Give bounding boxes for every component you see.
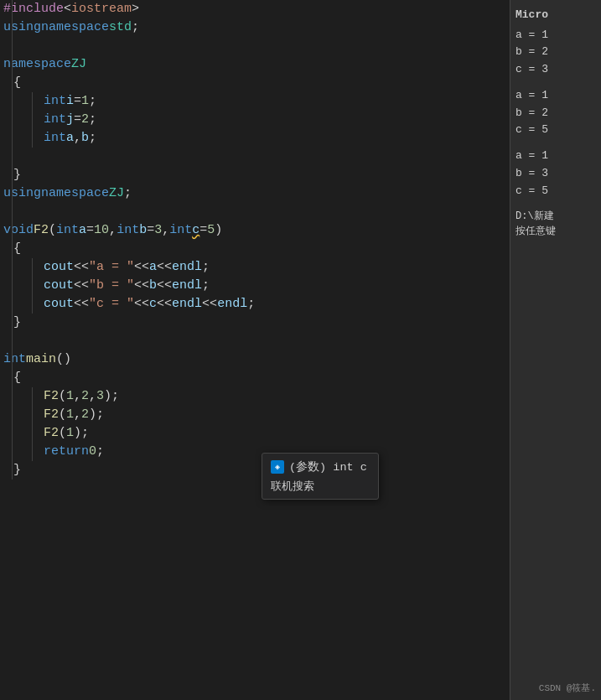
token: main — [26, 350, 56, 369]
token: F2 — [44, 387, 59, 406]
code-line-26: } — [0, 461, 510, 480]
token: iostream — [71, 0, 132, 18]
code-line-14: { — [0, 240, 510, 258]
token: 2 — [81, 406, 89, 424]
token: 3 — [154, 221, 162, 240]
code-line-21: { — [0, 369, 510, 387]
token: 5 — [207, 221, 215, 240]
token: } — [13, 461, 21, 480]
code-area: #include<iostream> using namespace std; … — [0, 0, 510, 700]
code-editor[interactable]: #include<iostream> using namespace std; … — [0, 0, 510, 700]
code-line-9 — [0, 148, 510, 166]
token: } — [13, 314, 21, 332]
output-line: a = 1 — [516, 148, 596, 165]
token: namespace — [3, 55, 71, 74]
code-line-25: return 0; — [0, 443, 510, 461]
token: 10 — [94, 221, 109, 240]
output-footer-line1: D:\新建 — [516, 209, 596, 224]
code-line-12 — [0, 203, 510, 221]
token: endl — [172, 277, 202, 295]
code-line-23: F2(1, 2 ); — [0, 406, 510, 424]
code-line-16: cout << "b = " << b << endl; — [0, 277, 510, 295]
tooltip-param-text: (参数) int c — [289, 459, 367, 474]
output-footer-line2: 按任意键 — [516, 224, 596, 239]
token: endl — [172, 258, 202, 277]
output-line: b = 2 — [516, 105, 596, 122]
code-line-19 — [0, 332, 510, 350]
token: F2 — [44, 406, 59, 424]
token: F2 — [34, 221, 49, 240]
token: 1 — [66, 424, 74, 443]
output-title: Micro — [516, 7, 596, 23]
code-line-15: cout << "a = " << a << endl; — [0, 258, 510, 277]
token: return — [44, 443, 89, 461]
token: int — [3, 350, 26, 369]
token: c — [149, 295, 157, 314]
token: b — [149, 277, 157, 295]
token: cout — [44, 258, 74, 277]
output-block-2: a = 1 b = 2 c = 5 — [516, 87, 596, 139]
output-line: a = 1 — [516, 87, 596, 105]
tooltip-param-item[interactable]: ◈ (参数) int c — [262, 457, 378, 477]
code-line-6: int i = 1; — [0, 92, 510, 111]
output-pane: Micro a = 1 b = 2 c = 3 a = 1 b = 2 c = … — [510, 0, 601, 700]
output-block-1: a = 1 b = 2 c = 3 — [516, 27, 596, 79]
tooltip-online-text: 联机搜索 — [271, 480, 314, 493]
code-line-1: #include<iostream> — [0, 0, 510, 18]
token: { — [13, 369, 21, 387]
code-line-17: cout << "c = " << c << endl<<endl; — [0, 295, 510, 314]
token: using — [3, 184, 41, 203]
code-line-2: using namespace std; — [0, 18, 510, 37]
code-line-22: F2(1, 2, 3); — [0, 387, 510, 406]
token: i — [66, 92, 74, 111]
code-line-5: { — [0, 74, 510, 92]
code-line-7: int j = 2; — [0, 111, 510, 129]
token: "a = " — [89, 258, 134, 277]
autocomplete-popup[interactable]: ◈ (参数) int c 联机搜索 — [262, 453, 379, 500]
token: namespace — [41, 18, 109, 37]
output-line: b = 2 — [516, 44, 596, 61]
code-line-10: } — [0, 166, 510, 184]
token: j — [66, 111, 74, 129]
output-line: a = 1 — [516, 27, 596, 44]
token: a — [66, 129, 74, 148]
token: F2 — [44, 424, 59, 443]
code-line-24: F2(1 ); — [0, 424, 510, 443]
token: using — [3, 18, 41, 37]
code-line-3 — [0, 37, 510, 55]
token: "c = " — [89, 295, 134, 314]
token: 2 — [81, 387, 89, 406]
token: 1 — [66, 406, 74, 424]
output-line: b = 3 — [516, 165, 596, 183]
token: ZJ — [109, 184, 124, 203]
token: int — [44, 92, 66, 111]
token: int — [44, 111, 66, 129]
token: c — [192, 221, 199, 240]
token: std — [109, 18, 132, 37]
code-line-20: int main() — [0, 350, 510, 369]
token: cout — [44, 295, 74, 314]
output-block-3: a = 1 b = 3 c = 5 — [516, 148, 596, 200]
code-line-13: void F2(int a = 10, int b = 3, int c = 5… — [0, 221, 510, 240]
output-line: c = 5 — [516, 183, 596, 200]
token: { — [13, 74, 21, 92]
token: > — [132, 0, 139, 18]
token: 2 — [81, 111, 89, 129]
token: endl — [217, 295, 247, 314]
token: namespace — [41, 184, 109, 203]
code-line-11: using namespace ZJ; — [0, 184, 510, 203]
token: 0 — [89, 443, 96, 461]
param-icon: ◈ — [271, 460, 284, 474]
token: endl — [172, 295, 202, 314]
token: int — [56, 221, 79, 240]
token: "b = " — [89, 277, 134, 295]
tooltip-online-search[interactable]: 联机搜索 — [262, 477, 378, 495]
code-line-4: namespace ZJ — [0, 55, 510, 74]
token: a — [149, 258, 157, 277]
output-line: c = 5 — [516, 122, 596, 139]
token: } — [13, 166, 21, 184]
output-line: c = 3 — [516, 61, 596, 79]
token: ZJ — [71, 55, 86, 74]
output-credit: CSDN @筱基. — [539, 682, 596, 696]
token: int — [169, 221, 192, 240]
